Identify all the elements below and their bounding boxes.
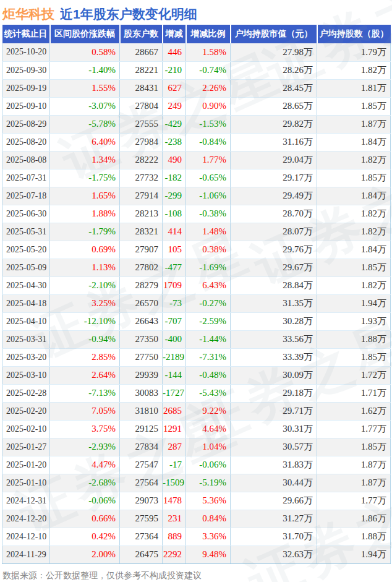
table-row: 2025-08-08 1.34% 28222 490 1.77% 29.04万 … (2, 151, 391, 169)
cell-date: 2025-01-27 (2, 438, 50, 456)
cell-holders: 27732 (120, 169, 163, 187)
cell-price-change: 7.05% (50, 402, 120, 420)
table-row: 2025-09-30 -1.40% 28221 -210 -0.74% 28.2… (2, 61, 391, 79)
cell-date: 2025-01-10 (2, 474, 50, 492)
cell-delta-ratio: 0.90% (186, 97, 231, 115)
cell-avg-market-value: 28.70万 (231, 205, 317, 223)
cell-date: 2025-06-30 (2, 205, 50, 223)
cell-holders: 27804 (120, 97, 163, 115)
cell-delta: -144 (163, 366, 186, 384)
cell-delta: -299 (163, 187, 186, 205)
cell-delta-ratio: -7.31% (186, 348, 231, 366)
cell-holders: 27914 (120, 187, 163, 205)
cell-holders: 27364 (120, 528, 163, 546)
cell-price-change: 0.58% (50, 43, 120, 61)
cell-avg-shares: 1.85万 (317, 438, 391, 456)
cell-holders: 27907 (120, 241, 163, 259)
cell-price-change: 4.47% (50, 456, 120, 474)
cell-price-change: -7.13% (50, 384, 120, 402)
table-row: 2024-12-20 0.66% 27595 231 0.84% 31.27万 … (2, 510, 391, 528)
cell-delta: -17 (163, 456, 186, 474)
cell-avg-shares: 1.85万 (317, 259, 391, 276)
cell-price-change: 0.42% (50, 528, 120, 546)
cell-delta: -73 (163, 294, 186, 312)
cell-date: 2025-07-31 (2, 169, 50, 187)
cell-date: 2025-05-09 (2, 259, 50, 276)
cell-delta-ratio: -0.65% (186, 169, 231, 187)
table-row: 2025-04-10 -12.10% 26643 -707 -2.59% 30.… (2, 312, 391, 330)
cell-holders: 31810 (120, 402, 163, 420)
cell-delta-ratio: 1.04% (186, 438, 231, 456)
table-row: 2025-03-10 2.64% 29939 -144 -0.48% 30.09… (2, 366, 391, 384)
cell-delta-ratio: -0.84% (186, 133, 231, 151)
cell-date: 2025-09-19 (2, 79, 50, 97)
cell-avg-shares: 1.79万 (317, 43, 391, 61)
cell-avg-shares: 1.82万 (317, 61, 391, 79)
table-row: 2025-01-10 -2.68% 27564 -1509 -5.19% 30.… (2, 474, 391, 492)
cell-price-change: -1.75% (50, 169, 120, 187)
cell-avg-shares: 1.88万 (317, 528, 391, 546)
cell-avg-market-value: 28.07万 (231, 223, 317, 241)
cell-price-change: 2.00% (50, 546, 120, 563)
table-row: 2025-09-19 1.55% 28431 627 2.26% 28.45万 … (2, 79, 391, 97)
cell-avg-market-value: 29.18万 (231, 384, 317, 402)
table-row: 2025-08-29 -5.78% 27555 -429 -1.53% 29.8… (2, 115, 391, 133)
cell-delta-ratio: 4.64% (186, 420, 231, 438)
cell-avg-market-value: 28.84万 (231, 276, 317, 294)
cell-date: 2025-10-20 (2, 43, 50, 61)
cell-holders: 27834 (120, 438, 163, 456)
cell-delta-ratio: -0.74% (186, 61, 231, 79)
cell-holders: 27984 (120, 133, 163, 151)
cell-price-change: -2.68% (50, 474, 120, 492)
column-header-price-change: 区间股价涨跌幅 (50, 25, 120, 43)
cell-holders: 28431 (120, 79, 163, 97)
cell-price-change: -0.06% (50, 492, 120, 510)
cell-date: 2025-07-18 (2, 187, 50, 205)
shareholder-table: 统计截止日 区间股价涨跌幅 股东户数 增减 增减比例 户均持股市值（元） 户均持… (2, 25, 391, 564)
cell-avg-shares: 1.85万 (317, 97, 391, 115)
cell-price-change: -5.78% (50, 115, 120, 133)
cell-holders: 30083 (120, 384, 163, 402)
cell-delta-ratio: 0.84% (186, 510, 231, 528)
cell-holders: 28221 (120, 61, 163, 79)
cell-delta: 490 (163, 151, 186, 169)
table-row: 2024-11-29 2.00% 26475 2292 9.48% 32.63万… (2, 546, 391, 563)
cell-avg-shares: 1.85万 (317, 348, 391, 366)
table-row: 2025-07-31 -1.75% 27732 -182 -0.65% 29.1… (2, 169, 391, 187)
cell-date: 2024-12-20 (2, 510, 50, 528)
cell-date: 2025-04-10 (2, 312, 50, 330)
cell-date: 2025-02-28 (2, 384, 50, 402)
cell-date: 2024-12-31 (2, 492, 50, 510)
cell-price-change: 1.88% (50, 205, 120, 223)
table-row: 2025-05-31 -1.79% 28321 414 1.48% 28.07万… (2, 223, 391, 241)
cell-date: 2025-08-08 (2, 151, 50, 169)
cell-avg-shares: 1.82万 (317, 151, 391, 169)
table-row: 2025-09-10 -3.07% 27804 249 0.90% 28.65万… (2, 97, 391, 115)
column-header-delta: 增减 (163, 25, 186, 43)
cell-delta-ratio: -5.19% (186, 474, 231, 492)
column-header-avg-shares: 户均持股数（股） (317, 25, 391, 43)
cell-delta-ratio: 1.48% (186, 223, 231, 241)
cell-delta: 1709 (163, 276, 186, 294)
cell-avg-market-value: 30.57万 (231, 438, 317, 456)
cell-holders: 28222 (120, 151, 163, 169)
cell-delta-ratio: -2.59% (186, 312, 231, 330)
cell-delta: -1509 (163, 474, 186, 492)
cell-price-change: 1.13% (50, 259, 120, 276)
cell-avg-shares: 1.84万 (317, 187, 391, 205)
cell-avg-market-value: 29.17万 (231, 169, 317, 187)
cell-price-change: 1.65% (50, 187, 120, 205)
cell-avg-shares: 1.62万 (317, 402, 391, 420)
cell-delta-ratio: -0.06% (186, 456, 231, 474)
cell-price-change: 2.64% (50, 366, 120, 384)
cell-delta: 231 (163, 510, 186, 528)
cell-date: 2025-03-20 (2, 348, 50, 366)
cell-delta: -210 (163, 61, 186, 79)
cell-avg-market-value: 29.76万 (231, 241, 317, 259)
table-row: 2025-04-30 -2.10% 28279 1709 6.43% 28.84… (2, 276, 391, 294)
cell-avg-market-value: 31.83万 (231, 456, 317, 474)
table-row: 2025-07-18 1.65% 27914 -299 -1.06% 29.49… (2, 187, 391, 205)
cell-avg-shares: 1.71万 (317, 384, 391, 402)
cell-holders: 27547 (120, 456, 163, 474)
cell-avg-market-value: 27.98万 (231, 43, 317, 61)
